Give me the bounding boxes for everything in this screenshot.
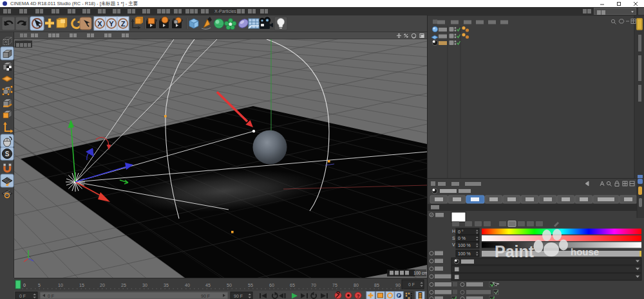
svg-text:0 F: 0 F (19, 294, 26, 298)
svg-text:35: 35 (164, 283, 169, 287)
svg-text:100 %: 100 % (458, 251, 471, 256)
svg-text:90 F: 90 F (234, 294, 243, 298)
svg-text:0 %: 0 % (458, 236, 466, 240)
svg-text:S: S (5, 150, 10, 158)
svg-text:50: 50 (227, 283, 232, 287)
svg-text:90 F: 90 F (201, 294, 210, 298)
svg-text:0: 0 (23, 283, 26, 287)
svg-text:25: 25 (121, 283, 126, 287)
svg-text:30: 30 (142, 283, 147, 287)
svg-text:10: 10 (58, 283, 63, 287)
svg-text:65: 65 (290, 283, 295, 287)
svg-text:100 cm: 100 cm (413, 271, 427, 275)
svg-text:100 %: 100 % (458, 243, 471, 248)
svg-text:60: 60 (269, 283, 274, 287)
svg-text:0 F: 0 F (408, 282, 415, 287)
svg-text:70: 70 (311, 283, 316, 287)
svg-text:X: X (97, 20, 102, 28)
svg-text:house: house (571, 246, 599, 257)
svg-text:45: 45 (205, 283, 211, 287)
svg-text:20: 20 (100, 283, 105, 287)
svg-text:Paint: Paint (495, 242, 535, 260)
svg-text:80: 80 (354, 283, 359, 287)
svg-text:5: 5 (38, 283, 41, 287)
svg-text:75: 75 (332, 283, 337, 287)
svg-text:?: ? (357, 293, 360, 299)
svg-text:V: V (452, 242, 455, 247)
svg-text:15: 15 (79, 283, 84, 287)
svg-text:0 F: 0 F (48, 294, 54, 298)
svg-text:90: 90 (395, 283, 401, 287)
svg-text:Y: Y (109, 20, 114, 28)
svg-text:H: H (452, 229, 455, 233)
svg-text:55: 55 (248, 283, 253, 287)
svg-text:40: 40 (185, 283, 190, 287)
svg-text:Z: Z (121, 20, 126, 28)
svg-text:85: 85 (374, 283, 379, 287)
svg-text:S: S (452, 236, 455, 240)
svg-text:P: P (397, 293, 401, 298)
svg-text:0 °: 0 ° (458, 230, 464, 234)
